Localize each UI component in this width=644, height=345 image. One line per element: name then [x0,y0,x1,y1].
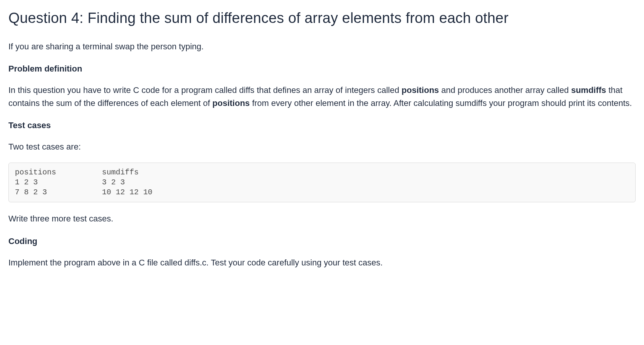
test-cases-heading: Test cases [8,119,636,132]
text-fragment: from every other element in the array. A… [250,98,632,108]
test-cases-code-block: positions sumdiffs 1 2 3 3 2 3 7 8 2 3 1… [8,163,636,202]
test-cases-intro: Two test cases are: [8,140,636,153]
problem-definition-heading: Problem definition [8,62,636,75]
coding-body: Implement the program above in a C file … [8,256,636,269]
problem-definition-body: In this question you have to write C cod… [8,84,636,110]
intro-text: If you are sharing a terminal swap the p… [8,40,636,53]
keyword-sumdiffs: sumdiffs [571,85,606,95]
coding-heading: Coding [8,235,636,248]
page-title: Question 4: Finding the sum of differenc… [8,7,636,29]
text-fragment: In this question you have to write C cod… [8,85,401,95]
text-fragment: and produces another array called [439,85,571,95]
test-cases-instruction: Write three more test cases. [8,212,636,225]
keyword-positions: positions [401,85,439,95]
keyword-positions: positions [212,98,250,108]
